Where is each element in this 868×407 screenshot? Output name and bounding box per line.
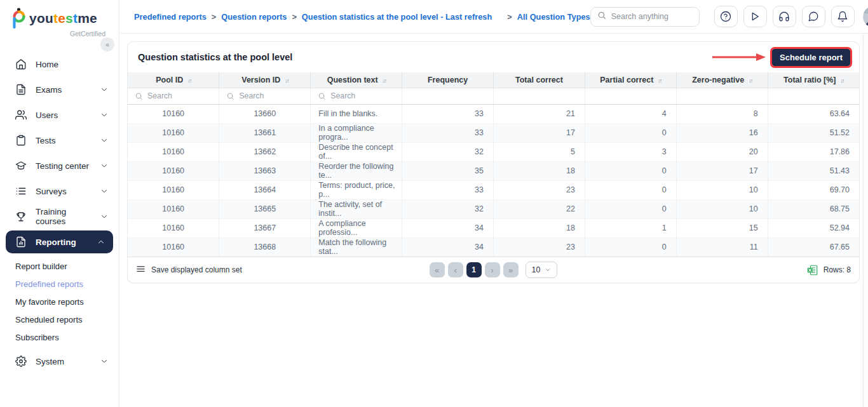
- table-row: 1016013664Terms: product, price, p...332…: [128, 180, 859, 199]
- column-header-total-correct[interactable]: Total correct: [494, 72, 585, 88]
- cell-total-correct: 18: [494, 218, 585, 237]
- sort-icon: ↓↑: [841, 77, 844, 84]
- first-page-button[interactable]: «: [430, 262, 445, 277]
- column-header-pool-id[interactable]: Pool ID↓↑: [128, 72, 219, 88]
- cell-frequency: 33: [402, 104, 494, 123]
- chat-button[interactable]: [802, 6, 825, 27]
- cell-question-text: Terms: product, price, p...: [311, 180, 402, 199]
- cell-pool-id: 10160: [128, 161, 219, 180]
- cell-version-id: 13667: [219, 218, 311, 237]
- sidebar-subitem-subscribers[interactable]: Subscribers: [0, 328, 119, 346]
- sidebar-nav: HomeExamsUsersTestsTesting centerSurveys…: [0, 51, 119, 374]
- cell-partial-correct: 0: [585, 161, 676, 180]
- prev-page-button[interactable]: ‹: [448, 262, 463, 277]
- cell-total-ratio: 52.94: [768, 218, 859, 237]
- cell-question-text: Fill in the blanks.: [311, 104, 402, 123]
- breadcrumb-separator: >: [292, 12, 296, 22]
- table-row: 1016013668Match the following stat...342…: [128, 237, 859, 257]
- column-filter-input[interactable]: [330, 91, 393, 100]
- cell-zero-negative: 15: [676, 218, 768, 237]
- sidebar-item-system[interactable]: System: [0, 349, 119, 374]
- column-header-question-text[interactable]: Question text↓↑: [311, 72, 402, 88]
- page-title: Question statistics at the pool level: [138, 52, 292, 62]
- topbar: Predefined reports>Question reports>Ques…: [120, 0, 868, 34]
- column-header-label: Total correct: [515, 76, 563, 84]
- current-page-button[interactable]: 1: [466, 262, 482, 277]
- cell-total-ratio: 67.65: [768, 237, 859, 257]
- scrollbar-track[interactable]: [863, 34, 868, 407]
- cell-total-correct: 23: [494, 237, 585, 257]
- sidebar-item-reporting[interactable]: Reporting: [6, 230, 113, 253]
- breadcrumb-link[interactable]: Predefined reports: [134, 12, 207, 22]
- sidebar-item-label: Reporting: [36, 237, 76, 247]
- cell-frequency: 33: [402, 180, 494, 199]
- bell-button[interactable]: [831, 6, 855, 27]
- excel-export-icon[interactable]: [807, 265, 818, 276]
- column-filter-input[interactable]: [147, 91, 210, 100]
- breadcrumb-separator: >: [507, 12, 512, 22]
- column-header-version-id[interactable]: Version ID↓↑: [219, 72, 311, 88]
- cell-version-id: 13660: [219, 104, 311, 123]
- sidebar-item-exams[interactable]: Exams: [0, 77, 119, 102]
- chevron-down-icon: [545, 267, 551, 273]
- next-page-button[interactable]: ›: [485, 262, 500, 277]
- column-filter-input[interactable]: [239, 91, 302, 100]
- topbar-actions: [590, 6, 868, 27]
- sidebar-subitem-my-favorite-reports[interactable]: My favorite reports: [0, 293, 119, 310]
- schedule-report-button[interactable]: Schedule report: [772, 49, 850, 66]
- column-header-frequency[interactable]: Frequency: [402, 72, 494, 88]
- cell-total-correct: 5: [494, 142, 585, 161]
- breadcrumb-link[interactable]: All Question Types: [517, 12, 590, 22]
- cell-frequency: 34: [402, 218, 494, 237]
- breadcrumb-link[interactable]: Question statistics at the pool level - …: [302, 12, 492, 22]
- cell-version-id: 13661: [219, 123, 311, 142]
- headphones-button[interactable]: [773, 6, 796, 27]
- column-filter: [219, 91, 310, 100]
- sidebar-item-users[interactable]: Users: [0, 102, 119, 128]
- user-menu-button[interactable]: [863, 6, 868, 27]
- column-header-total-ratio[interactable]: Total ratio [%]↓↑: [768, 72, 859, 88]
- youtestme-logo-icon: [10, 8, 25, 34]
- column-header-label: Pool ID: [156, 76, 183, 84]
- sidebar-item-label: Exams: [36, 85, 62, 95]
- cell-zero-negative: 11: [676, 237, 768, 257]
- sidebar-item-surveys[interactable]: Surveys: [0, 178, 119, 204]
- chevron-down-icon: [100, 85, 109, 94]
- sidebar-subitem-scheduled-reports[interactable]: Scheduled reports: [0, 310, 119, 328]
- logo-letter: y: [29, 11, 37, 25]
- sidebar-item-home[interactable]: Home: [0, 51, 119, 77]
- page-size-select[interactable]: 10: [526, 262, 558, 278]
- sidebar-item-label: Tests: [36, 136, 56, 145]
- sidebar-item-tests[interactable]: Tests: [0, 128, 119, 153]
- cell-total-ratio: 51.52: [768, 123, 859, 142]
- cell-version-id: 13664: [219, 180, 311, 199]
- search-input[interactable]: [611, 12, 681, 21]
- column-header-label: Question text: [327, 76, 378, 84]
- save-column-set-button[interactable]: Save displayed column set: [136, 264, 242, 276]
- chevron-down-icon: [100, 136, 109, 145]
- sidebar-collapse-button[interactable]: «: [100, 37, 114, 51]
- sidebar-subitem-predefined-reports[interactable]: Predefined reports: [0, 275, 119, 293]
- sidebar-item-label: System: [36, 357, 64, 366]
- breadcrumb-link[interactable]: Question reports: [221, 12, 287, 22]
- sidebar-item-label: Testing center: [36, 161, 89, 171]
- column-header-partial-correct[interactable]: Partial correct↓↑: [585, 72, 676, 88]
- cell-total-ratio: 63.64: [768, 104, 859, 123]
- sidebar-subitem-report-builder[interactable]: Report builder: [0, 257, 119, 275]
- column-filter-question-text: [311, 88, 402, 104]
- play-button[interactable]: [743, 6, 767, 27]
- help-button[interactable]: [714, 6, 738, 27]
- sort-icon: ↓↑: [658, 77, 661, 84]
- sidebar-item-training-courses[interactable]: Training courses: [0, 204, 119, 229]
- column-filter-pool-id: [128, 88, 219, 104]
- cell-total-ratio: 69.70: [768, 180, 859, 199]
- table-row: 1016013662Describe the concept of...3253…: [128, 142, 859, 161]
- cell-total-correct: 17: [494, 123, 585, 142]
- logo-letter: m: [78, 11, 90, 25]
- column-filter-total-correct: [494, 88, 585, 104]
- cell-pool-id: 10160: [128, 199, 219, 218]
- global-search: [590, 7, 700, 27]
- last-page-button[interactable]: »: [503, 262, 519, 277]
- column-header-zero-negative[interactable]: Zero-negative↓↑: [676, 72, 768, 88]
- sidebar-item-testing-center[interactable]: Testing center: [0, 153, 119, 178]
